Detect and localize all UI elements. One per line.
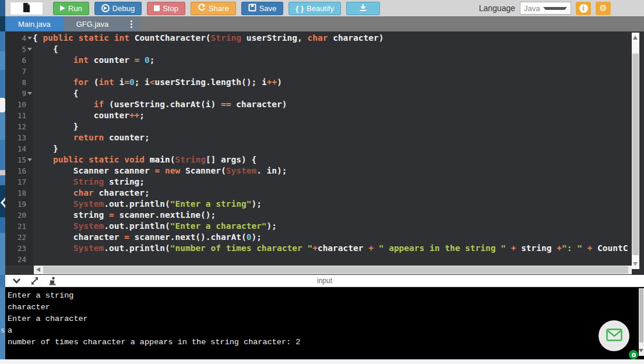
download-button[interactable] xyxy=(346,2,380,15)
strip-segment xyxy=(0,233,5,275)
strip-segment xyxy=(0,140,5,170)
code-line[interactable]: if (userString.charAt(i) == character) xyxy=(33,99,632,110)
editor-vertical-scrollbar[interactable] xyxy=(632,33,639,269)
toolbar-right-group: Language Java i ⚙ xyxy=(479,2,611,15)
terminal-scrollbar[interactable] xyxy=(639,288,644,356)
code-line[interactable]: { xyxy=(33,88,632,99)
stop-square-icon xyxy=(154,5,160,11)
console-line: a xyxy=(8,325,644,337)
envelope-icon xyxy=(606,328,622,344)
braces-icon: { } xyxy=(295,4,304,13)
share-button[interactable]: Share xyxy=(191,2,236,15)
strip-segment xyxy=(0,287,5,359)
code-line[interactable]: System.out.println("Enter a string"); xyxy=(33,199,632,210)
strip-segment xyxy=(0,175,5,185)
horizontal-scroll-thumb[interactable] xyxy=(43,266,628,274)
strip-segment xyxy=(0,275,5,287)
chevron-left-icon[interactable] xyxy=(0,195,5,211)
code-line[interactable]: char character; xyxy=(33,188,632,199)
gutter-line: 8 xyxy=(5,77,33,88)
code-line[interactable] xyxy=(33,66,632,77)
tab-main-java[interactable]: Main.java xyxy=(5,16,64,31)
console-line: Enter a string xyxy=(8,290,644,302)
code-line[interactable]: { public static int CountCharacter(Strin… xyxy=(33,33,632,44)
toolbar: Run Debug Stop Share Save { } Beautify xyxy=(5,0,644,16)
gutter-line: 24 xyxy=(5,254,33,265)
scroll-left-arrow-icon[interactable] xyxy=(36,267,40,272)
ide-window: s Run Debug Stop Share xyxy=(0,0,644,364)
info-button[interactable]: i xyxy=(576,2,591,15)
gutter-line: 6 xyxy=(5,55,33,66)
gutter-line: 21 xyxy=(5,221,33,232)
code-line[interactable]: } xyxy=(33,121,632,132)
gutter-line: 18 xyxy=(5,188,33,199)
code-line[interactable]: System.out.println("Enter a character"); xyxy=(33,221,632,232)
tab-label: GFG.java xyxy=(76,20,109,29)
tab-bar: Main.java GFG.java xyxy=(5,16,644,31)
fold-caret-icon[interactable] xyxy=(27,48,32,51)
run-button-label: Run xyxy=(68,4,82,13)
code-line[interactable]: int counter = 0; xyxy=(33,55,632,66)
code-line[interactable]: { xyxy=(33,44,632,55)
code-line[interactable] xyxy=(33,254,632,265)
gutter-line: 9 xyxy=(5,88,33,99)
ring-icon xyxy=(632,353,636,357)
gutter-line: 11 xyxy=(5,110,33,121)
editor-horizontal-scrollbar[interactable] xyxy=(34,266,632,274)
gutter-line: 22 xyxy=(5,232,33,243)
beautify-button[interactable]: { } Beautify xyxy=(288,2,341,15)
play-icon xyxy=(60,5,65,11)
save-button[interactable]: Save xyxy=(241,2,284,15)
fold-caret-icon[interactable] xyxy=(27,92,32,95)
tab-gfg-java[interactable]: GFG.java xyxy=(64,16,122,31)
code-line[interactable]: String string; xyxy=(33,176,632,188)
debug-button[interactable]: Debug xyxy=(94,2,142,15)
console-line: Enter a character xyxy=(8,313,644,325)
ellipsis-icon xyxy=(131,20,132,22)
code-line[interactable]: return counter; xyxy=(33,132,632,143)
fold-caret-icon[interactable] xyxy=(27,158,32,161)
gutter-line: 23 xyxy=(5,243,33,254)
tab-menu-button[interactable] xyxy=(121,16,141,31)
chevron-down-icon[interactable] xyxy=(12,277,21,284)
strip-segment xyxy=(0,70,5,98)
settings-button[interactable]: ⚙ xyxy=(596,2,611,15)
code-line[interactable]: } xyxy=(33,143,632,154)
console-line: character xyxy=(8,302,644,313)
code-line[interactable]: public static void main(String[] args) { xyxy=(33,154,632,165)
gear-icon: ⚙ xyxy=(599,3,607,13)
editor-code[interactable]: { public static int CountCharacter(Strin… xyxy=(33,33,632,265)
play-circle-icon xyxy=(101,4,110,12)
code-line[interactable]: counter++; xyxy=(33,110,632,121)
strip-segment xyxy=(0,98,5,112)
stop-button[interactable]: Stop xyxy=(147,2,185,15)
bottom-strip xyxy=(0,359,644,364)
beautify-button-label: Beautify xyxy=(307,4,334,13)
scroll-up-arrow-icon[interactable] xyxy=(633,36,638,40)
new-file-button[interactable] xyxy=(10,2,43,15)
feedback-button[interactable] xyxy=(599,320,629,351)
fold-caret-icon[interactable] xyxy=(27,37,32,40)
strip-segment xyxy=(0,170,5,175)
strip-segment xyxy=(0,0,5,16)
language-select[interactable]: Java xyxy=(520,2,571,15)
save-button-label: Save xyxy=(259,4,277,13)
scroll-down-arrow-icon[interactable] xyxy=(639,349,643,352)
strip-segment xyxy=(0,31,5,51)
input-user-icon[interactable] xyxy=(48,277,57,285)
scroll-down-arrow-icon[interactable] xyxy=(633,262,638,266)
terminal-scroll-thumb[interactable] xyxy=(639,289,643,342)
code-line[interactable]: Scanner scanner = new Scanner(System. in… xyxy=(33,165,632,176)
status-badge[interactable] xyxy=(629,350,638,359)
code-line[interactable]: for (int i=0; i<userString.length(); i++… xyxy=(33,77,632,88)
console-terminal[interactable]: Enter a stringcharacterEnter a character… xyxy=(5,287,644,359)
code-line[interactable]: character = scanner.next().charAt(0); xyxy=(33,232,632,243)
vertical-scroll-thumb[interactable] xyxy=(632,54,639,255)
gutter-line: 13 xyxy=(5,132,33,143)
code-line[interactable]: System.out.println("number of times char… xyxy=(33,243,632,254)
expand-diagonal-icon[interactable] xyxy=(30,277,39,285)
editor-gutter: 456789101112131415161718192021222324 xyxy=(5,33,33,265)
run-button[interactable]: Run xyxy=(53,2,89,15)
gutter-line: 15 xyxy=(5,154,33,165)
code-line[interactable]: string = scanner.nextLine(); xyxy=(33,210,632,221)
